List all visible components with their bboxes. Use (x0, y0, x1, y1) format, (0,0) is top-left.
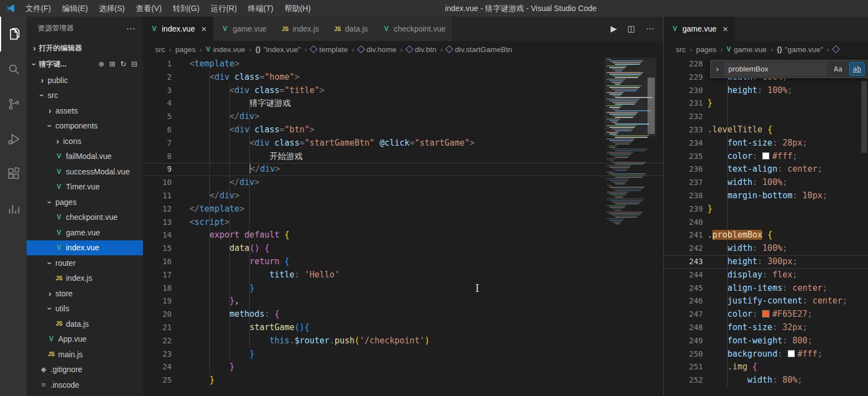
code-line[interactable]: 22 this.$router.push('/checkpoint') (143, 335, 663, 348)
code-line-text[interactable]: color: #fff; (707, 150, 868, 163)
code-line[interactable]: 241.problemBox { (664, 229, 868, 242)
tree-item[interactable]: ›icons (27, 133, 143, 149)
tree-item[interactable]: VfailModal.vue (27, 149, 143, 164)
code-line[interactable]: 251 .img { (664, 361, 868, 374)
code-line-text[interactable]: } (189, 348, 663, 361)
code-line-text[interactable]: justify-content: center; (707, 295, 868, 308)
code-line[interactable]: 231} (664, 97, 868, 110)
code-line-text[interactable]: .img { (707, 361, 868, 374)
code-line[interactable]: 235 color: #fff; (664, 150, 868, 163)
breadcrumb-item[interactable]: pages (176, 45, 196, 54)
tree-item[interactable]: JSindex.js (27, 271, 143, 286)
code-line-text[interactable]: } (707, 97, 868, 110)
code-line[interactable]: 18 } (143, 282, 663, 295)
code-editor-left[interactable]: 1<template>2 <div class="home">3 <div cl… (143, 58, 663, 396)
code-line-text[interactable]: <div class="startGameBtn" @click="startG… (189, 137, 663, 150)
code-line-text[interactable]: </div> (189, 163, 663, 176)
breadcrumb-item[interactable]: pages (696, 45, 717, 54)
code-line-text[interactable]: this.$router.push('/checkpoint') (189, 335, 663, 348)
code-line[interactable]: 23 } (143, 348, 663, 361)
code-line[interactable]: 15 data() { (143, 242, 663, 255)
tree-item[interactable]: Vcheckpoint.vue (27, 210, 143, 225)
code-line[interactable]: 7 <div class="startGameBtn" @click="star… (143, 137, 663, 150)
menu-item[interactable]: 文件(F) (20, 0, 57, 17)
run-button[interactable]: ▶ (610, 24, 617, 34)
code-line-text[interactable]: startGame(){ (189, 321, 663, 335)
code-line-text[interactable]: <div class="title"> (189, 84, 663, 97)
code-line[interactable]: 252 width: 80%; (664, 374, 868, 387)
code-line-text[interactable]: font-size: 28px; (707, 137, 868, 150)
code-line-text[interactable]: } (189, 282, 663, 295)
code-line-text[interactable]: </div> (189, 189, 663, 203)
tree-item[interactable]: ›router (27, 255, 143, 271)
code-line[interactable]: 8 开始游戏 (143, 150, 663, 163)
tab-index.vue[interactable]: Vindex.vue× (143, 17, 214, 41)
code-line[interactable]: 9 </div> (143, 163, 663, 176)
code-line[interactable]: 5 </div> (143, 110, 663, 124)
code-line[interactable]: 21 startGame(){ (143, 321, 663, 335)
extensions-icon[interactable] (0, 156, 27, 191)
project-section[interactable]: › 猜字谜... ⊕ ⊞ ↻ ⊟ (27, 56, 143, 72)
breadcrumb-item[interactable]: {}"game.vue" (777, 45, 823, 54)
tab-game.vue[interactable]: Vgame.vue (214, 17, 274, 41)
find-input[interactable] (724, 62, 827, 76)
code-line-text[interactable]: width: 100%; (707, 242, 868, 255)
tree-item[interactable]: ›utils (27, 301, 143, 317)
menu-item[interactable]: 运行(R) (205, 0, 242, 17)
code-line-text[interactable]: font-size: 32px; (707, 321, 868, 335)
code-line-text[interactable]: <template> (189, 58, 663, 71)
new-folder-icon[interactable]: ⊞ (109, 60, 115, 68)
code-line-text[interactable]: return { (189, 255, 663, 269)
breadcrumb-item[interactable]: div.startGameBtn (446, 45, 512, 54)
code-line-text[interactable]: <div class="btn"> (189, 124, 663, 137)
tree-item[interactable]: Vindex.vue (27, 240, 143, 256)
tree-item[interactable]: VTimer.vue (27, 179, 143, 195)
code-line-text[interactable]: } (189, 361, 663, 374)
code-line[interactable]: 248 font-size: 32px; (664, 321, 868, 335)
code-line[interactable]: 239} (664, 203, 868, 216)
code-line[interactable]: 1<template> (143, 58, 663, 71)
code-line[interactable]: 245 align-items: center; (664, 282, 868, 295)
code-line-text[interactable]: 猜字谜游戏 (189, 97, 663, 110)
code-line-text[interactable]: .levelTitle { (707, 124, 868, 137)
code-line[interactable]: 242 width: 100%; (664, 242, 868, 255)
code-line[interactable]: 12</template> (143, 203, 663, 216)
code-line-text[interactable]: color: #F65E27; (707, 308, 868, 321)
menu-item[interactable]: 选择(S) (94, 0, 131, 17)
tree-item[interactable]: VsuccessModal.vue (27, 164, 143, 179)
source-control-icon[interactable] (0, 86, 27, 121)
minimap[interactable] (605, 59, 646, 253)
tree-item[interactable]: JSdata.js (27, 316, 143, 332)
tab-index.js[interactable]: JSindex.js (274, 17, 326, 41)
code-line[interactable]: 11 </div> (143, 189, 663, 203)
tab-checkpoint.vue[interactable]: Vcheckpoint.vue (375, 17, 453, 41)
code-line[interactable]: 10 </div> (143, 176, 663, 189)
code-line-text[interactable]: </div> (189, 110, 663, 124)
menu-item[interactable]: 帮助(H) (279, 0, 316, 17)
code-line-text[interactable] (707, 110, 868, 124)
code-line[interactable]: 247 color: #F65E27; (664, 308, 868, 321)
statistics-icon[interactable] (0, 191, 27, 226)
code-editor-right[interactable]: 228229 width: 100%;230 height: 100%;231}… (664, 58, 868, 396)
menu-item[interactable]: 终端(T) (243, 0, 279, 17)
code-line-text[interactable]: align-items: center; (707, 282, 868, 295)
refresh-icon[interactable]: ↻ (120, 60, 126, 68)
code-line[interactable]: 19 }, (143, 295, 663, 308)
code-line[interactable]: 250 background: #fff; (664, 348, 868, 361)
code-line-text[interactable]: height: 100%; (707, 84, 868, 97)
code-line-text[interactable]: display: flex; (707, 269, 868, 282)
run-and-debug-icon[interactable] (0, 121, 27, 156)
code-line-text[interactable]: width: 80%; (707, 374, 868, 387)
code-line-text[interactable]: font-weight: 800; (707, 335, 868, 348)
open-editors-section[interactable]: › 打开的编辑器 (27, 40, 143, 56)
code-line[interactable]: 249 font-weight: 800; (664, 335, 868, 348)
code-line[interactable]: 243 height: 300px; (664, 255, 868, 269)
menu-item[interactable]: 编辑(E) (57, 0, 94, 17)
tree-item[interactable]: ›store (27, 286, 143, 301)
code-line[interactable]: 246 justify-content: center; (664, 295, 868, 308)
code-line-text[interactable]: export default { (189, 229, 663, 242)
code-line-text[interactable]: data() { (189, 242, 663, 255)
code-line-text[interactable] (707, 216, 868, 229)
code-line-text[interactable]: } (189, 374, 663, 387)
tree-item[interactable]: ›src (27, 88, 143, 104)
